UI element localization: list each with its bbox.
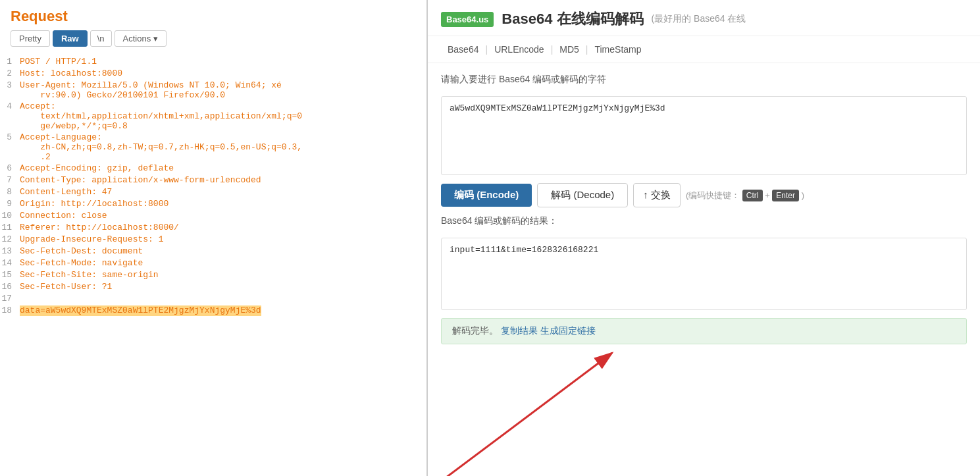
input-label: 请输入要进行 Base64 编码或解码的字符 — [441, 74, 967, 86]
site-subtitle: (最好用的 Base64 在线 — [652, 13, 746, 25]
code-line-11: 11 Referer: http://localhost:8000/ — [0, 222, 426, 234]
code-line-14: 14 Sec-Fetch-Mode: navigate — [0, 257, 426, 269]
code-line-10: 10 Connection: close — [0, 210, 426, 222]
toolbar: Pretty Raw \n Actions ▾ — [0, 30, 426, 53]
site-header: Base64.us Base64 在线编码解码 (最好用的 Base64 在线 — [428, 0, 980, 36]
code-line-6: 6 Accept-Encoding: gzip, deflate — [0, 163, 426, 174]
chevron-down-icon: ▾ — [153, 34, 158, 43]
action-buttons: 编码 (Encode) 解码 (Decode) ↑ 交换 (编码快捷键： Ctr… — [441, 183, 967, 207]
right-panel: Base64.us Base64 在线编码解码 (最好用的 Base64 在线 … — [428, 0, 980, 476]
shortcut-hint: (编码快捷键： Ctrl + Enter ) — [686, 190, 804, 201]
code-area[interactable]: 1 POST / HTTP/1.1 2 Host: localhost:8000… — [0, 53, 426, 476]
nav-timestamp[interactable]: TimeStamp — [588, 41, 648, 57]
success-bar: 解码完毕。 复制结果 生成固定链接 — [441, 318, 967, 344]
newline-button[interactable]: \n — [90, 30, 112, 47]
code-line-18: 18 data=aW5wdXQ9MTExMSZ0aW1lPTE2MjgzMjYx… — [0, 305, 426, 317]
nav-md5[interactable]: MD5 — [553, 41, 586, 57]
raw-button[interactable]: Raw — [53, 30, 88, 47]
site-logo: Base64.us — [441, 12, 494, 27]
code-line-9: 9 Origin: http://localhost:8000 — [0, 198, 426, 210]
code-line-13: 13 Sec-Fetch-Dest: document — [0, 246, 426, 257]
encode-button[interactable]: 编码 (Encode) — [441, 184, 532, 207]
code-line-4: 4 Accept: text/html,application/xhtml+xm… — [0, 101, 426, 132]
copy-result-link[interactable]: 复制结果 — [501, 325, 538, 336]
content-area: 请输入要进行 Base64 编码或解码的字符 编码 (Encode) 解码 (D… — [428, 63, 980, 476]
pretty-button[interactable]: Pretty — [11, 30, 50, 47]
svg-line-1 — [428, 353, 612, 476]
site-title: Base64 在线编码解码 — [502, 9, 643, 29]
swap-button[interactable]: ↑ 交换 — [633, 183, 681, 207]
decode-button[interactable]: 解码 (Decode) — [537, 183, 628, 207]
enter-key: Enter — [772, 190, 799, 201]
code-line-1: 1 POST / HTTP/1.1 — [0, 56, 426, 68]
left-panel: Request Pretty Raw \n Actions ▾ 1 POST /… — [0, 0, 428, 476]
nav-urlencode[interactable]: URLEncode — [488, 41, 551, 57]
code-line-7: 7 Content-Type: application/x-www-form-u… — [0, 174, 426, 186]
code-line-16: 16 Sec-Fetch-User: ?1 — [0, 281, 426, 293]
site-nav: Base64 | URLEncode | MD5 | TimeStamp — [428, 36, 980, 63]
request-title: Request — [0, 0, 426, 30]
ctrl-key: Ctrl — [742, 190, 763, 201]
nav-base64[interactable]: Base64 — [441, 41, 485, 57]
fixed-link[interactable]: 生成固定链接 — [540, 325, 596, 336]
result-textarea[interactable] — [441, 238, 967, 310]
code-line-15: 15 Sec-Fetch-Site: same-origin — [0, 269, 426, 281]
code-line-12: 12 Upgrade-Insecure-Requests: 1 — [0, 234, 426, 246]
code-line-17: 17 — [0, 293, 426, 305]
code-line-3: 3 User-Agent: Mozilla/5.0 (Windows NT 10… — [0, 80, 426, 101]
code-line-2: 2 Host: localhost:8000 — [0, 68, 426, 80]
actions-button[interactable]: Actions ▾ — [115, 30, 167, 47]
input-textarea[interactable] — [441, 96, 967, 175]
result-label: Base64 编码或解码的结果： — [441, 215, 967, 227]
code-line-8: 8 Content-Length: 47 — [0, 186, 426, 198]
code-line-5: 5 Accept-Language: zh-CN,zh;q=0.8,zh-TW;… — [0, 132, 426, 163]
